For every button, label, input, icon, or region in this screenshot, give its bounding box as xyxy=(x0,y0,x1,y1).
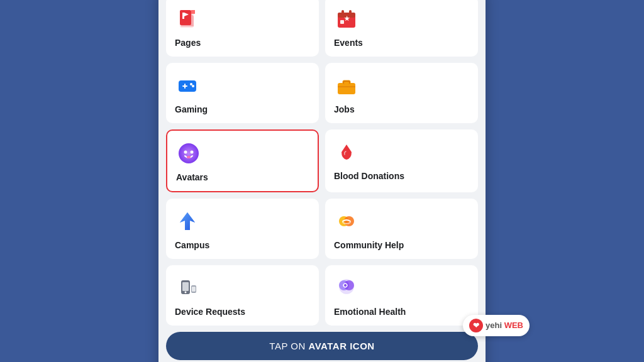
emotional-health-label: Emotional Health xyxy=(334,307,406,317)
campus-label: Campus xyxy=(175,240,209,250)
yehi-badge: ❤ yehi WEB xyxy=(463,315,530,336)
main-container: Pages ★ Events xyxy=(158,0,486,362)
grid-item-events[interactable]: ★ Events xyxy=(325,0,478,57)
pages-icon xyxy=(175,6,200,31)
instruction-bar: TAP ON AVATAR ICON xyxy=(166,332,478,360)
community-help-label: Community Help xyxy=(334,240,404,250)
grid-item-pages[interactable]: Pages xyxy=(166,0,319,57)
yehi-badge-icon: ❤ xyxy=(469,319,483,332)
grid-item-campus[interactable]: Campus xyxy=(166,199,319,259)
events-label: Events xyxy=(334,38,363,48)
svg-rect-33 xyxy=(192,287,196,292)
grid-item-gaming[interactable]: Gaming xyxy=(166,63,319,123)
grid-item-community-help[interactable]: Community Help xyxy=(325,199,478,259)
campus-icon xyxy=(175,209,200,234)
svg-text:★: ★ xyxy=(344,15,350,22)
jobs-label: Jobs xyxy=(334,104,355,114)
grid-item-emotional-health[interactable]: Emotional Health xyxy=(325,265,478,326)
svg-point-31 xyxy=(185,291,187,293)
instruction-bold: AVATAR ICON xyxy=(308,341,374,351)
instruction-prefix: TAP ON xyxy=(269,341,308,351)
pages-label: Pages xyxy=(175,38,201,48)
device-requests-label: Device Requests xyxy=(175,307,245,317)
grid-item-device-requests[interactable]: Device Requests xyxy=(166,265,319,326)
svg-point-15 xyxy=(190,83,192,85)
svg-rect-4 xyxy=(182,13,184,19)
svg-rect-20 xyxy=(338,86,355,87)
svg-rect-9 xyxy=(349,10,352,15)
svg-point-22 xyxy=(184,150,187,153)
yehi-text: yehi WEB xyxy=(486,321,523,330)
svg-rect-3 xyxy=(191,10,195,14)
svg-point-36 xyxy=(344,280,354,290)
svg-rect-30 xyxy=(182,282,189,291)
svg-point-23 xyxy=(191,150,194,153)
avatars-label: Avatars xyxy=(176,172,208,182)
grid: Pages ★ Events xyxy=(166,0,478,326)
blood-donations-icon xyxy=(334,140,359,165)
device-requests-icon xyxy=(175,275,200,300)
svg-rect-1 xyxy=(180,10,191,25)
svg-rect-8 xyxy=(341,10,344,15)
gaming-label: Gaming xyxy=(175,104,208,114)
emotional-health-icon xyxy=(334,275,359,300)
svg-rect-14 xyxy=(184,84,186,89)
svg-rect-17 xyxy=(338,83,355,94)
events-icon: ★ xyxy=(334,6,359,31)
svg-point-21 xyxy=(179,143,199,163)
avatars-icon xyxy=(176,141,201,166)
svg-rect-19 xyxy=(344,82,349,84)
gaming-icon xyxy=(175,73,200,98)
grid-item-jobs[interactable]: Jobs xyxy=(325,63,478,123)
blood-donations-label: Blood Donations xyxy=(334,171,404,181)
svg-marker-26 xyxy=(180,212,195,230)
community-help-icon xyxy=(334,209,359,234)
grid-item-blood-donations[interactable]: Blood Donations xyxy=(325,129,478,192)
svg-point-24 xyxy=(187,156,191,158)
svg-point-28 xyxy=(344,216,354,226)
svg-point-16 xyxy=(192,85,194,87)
jobs-icon xyxy=(334,73,359,98)
grid-item-avatars[interactable]: Avatars xyxy=(166,129,319,192)
